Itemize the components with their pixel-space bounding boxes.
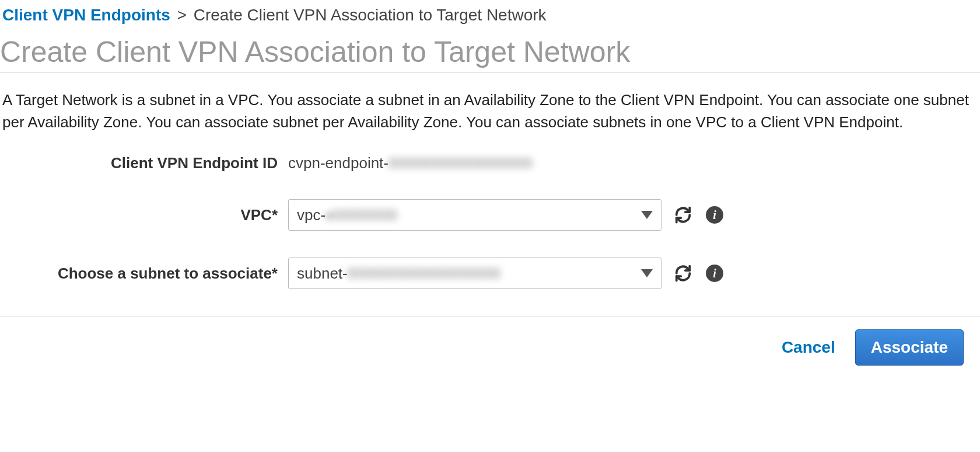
refresh-icon — [674, 206, 692, 224]
chevron-down-icon — [641, 269, 653, 277]
cancel-button[interactable]: Cancel — [777, 330, 840, 365]
row-endpoint-id: Client VPN Endpoint ID cvpn-endpoint-000… — [2, 154, 978, 172]
page-title: Create Client VPN Association to Target … — [0, 35, 980, 73]
refresh-subnet-button[interactable] — [674, 265, 692, 282]
info-icon: i — [706, 265, 723, 282]
associate-button[interactable]: Associate — [855, 329, 964, 366]
info-subnet-button[interactable]: i — [706, 265, 723, 282]
refresh-vpc-button[interactable] — [674, 206, 692, 224]
breadcrumb-separator: > — [175, 6, 189, 24]
label-vpc: VPC* — [2, 206, 288, 224]
breadcrumb: Client VPN Endpoints > Create Client VPN… — [0, 0, 980, 27]
footer-actions: Cancel Associate — [0, 316, 980, 366]
chevron-down-icon — [641, 211, 653, 219]
select-vpc[interactable]: vpc-e0000000 — [288, 199, 662, 231]
row-subnet: Choose a subnet to associate* subnet-000… — [2, 258, 978, 289]
value-endpoint-id: cvpn-endpoint-0000000000000000 — [288, 154, 533, 172]
info-icon: i — [706, 206, 723, 224]
row-vpc: VPC* vpc-e0000000 i — [2, 199, 978, 231]
select-subnet[interactable]: subnet-00000000000000000 — [288, 258, 662, 289]
breadcrumb-current: Create Client VPN Association to Target … — [194, 6, 547, 24]
page-description: A Target Network is a subnet in a VPC. Y… — [2, 89, 978, 133]
label-endpoint-id: Client VPN Endpoint ID — [2, 154, 288, 172]
refresh-icon — [674, 265, 692, 282]
breadcrumb-link-endpoints[interactable]: Client VPN Endpoints — [2, 6, 170, 24]
label-subnet: Choose a subnet to associate* — [2, 265, 288, 283]
info-vpc-button[interactable]: i — [706, 206, 723, 224]
